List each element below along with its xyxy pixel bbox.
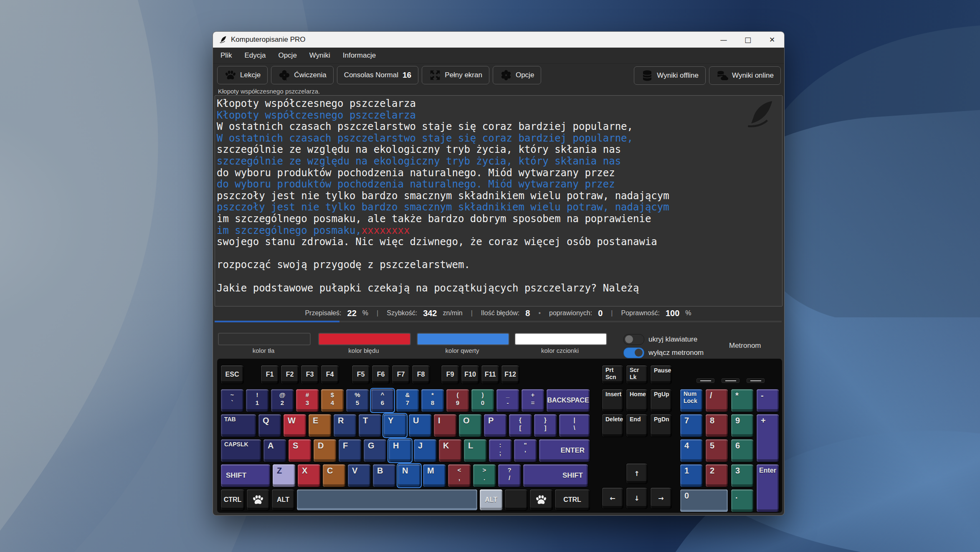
menu-opcje[interactable]: Opcje xyxy=(278,51,296,60)
key-': "' xyxy=(514,439,537,462)
keyboard-arrows: ↑←↓→ xyxy=(602,463,672,509)
key-s: S xyxy=(288,439,311,462)
text-segment-target: swojego stanu zdrowia. Nic więc dziwnego… xyxy=(217,236,657,248)
key-n: N xyxy=(398,464,421,487)
shift-row: SHIFTZXCVBNM<,>.?/SHIFT xyxy=(220,464,590,487)
key-tab: TAB xyxy=(220,414,256,437)
progress-fill xyxy=(215,321,339,322)
key-,: <, xyxy=(448,464,471,487)
led-light xyxy=(700,380,711,381)
font-selector[interactable]: Consolas Normal 16 xyxy=(337,66,419,84)
wyniki-online-button[interactable]: Wyniki online xyxy=(709,66,781,85)
key-]: }] xyxy=(534,414,557,437)
color-swatches: kolor tłakolor błędukolor qwertykolor cz… xyxy=(213,333,614,358)
separator: | xyxy=(374,309,381,317)
key-k: K xyxy=(438,439,462,462)
key-r: R xyxy=(333,414,357,437)
key--: / xyxy=(705,389,728,412)
key-q: Q xyxy=(258,414,281,437)
text-line: Jakie podstawowe pułapki czekają na pocz… xyxy=(217,283,782,294)
text-line: im szczególnego posmaku,xxxxxxxx xyxy=(217,225,782,237)
key-u: U xyxy=(408,414,432,437)
color-swatch-3[interactable] xyxy=(417,333,509,345)
key-3: 3 xyxy=(731,464,754,487)
key-3: #3 xyxy=(296,389,319,412)
menu-bar: Plik Edycja Opcje Wyniki Informacje xyxy=(213,48,784,64)
key-↓: ↓ xyxy=(626,487,648,509)
keyboard-led xyxy=(696,378,714,383)
toggle-knob xyxy=(635,349,643,357)
text-lines: Kłopoty współczesnego pszczelarzaKłopoty… xyxy=(215,96,782,294)
dot-separator: • xyxy=(536,309,543,317)
key-shift: SHIFT xyxy=(523,464,588,487)
key-→: → xyxy=(650,487,672,509)
toggle-row: ukryj klawiature xyxy=(623,333,704,346)
toolbar: Lekcje Ćwiczenia Consolas Normal 16 Pełn… xyxy=(213,64,784,86)
cwiczenia-label: Ćwiczenia xyxy=(294,71,326,79)
fullscreen-icon xyxy=(429,69,441,81)
text-line: do wyboru produktów pochodzenia naturaln… xyxy=(217,167,782,179)
keyboard-nav-cluster: PrtScnScrLkPause InsertHomePgUp DeleteEn… xyxy=(602,365,673,439)
wyniki-online-label: Wyniki online xyxy=(732,71,774,80)
przepisales-label: Przepisałeś: xyxy=(305,309,341,317)
key-j: J xyxy=(413,439,437,462)
keyboard-led xyxy=(722,378,739,383)
key-b: B xyxy=(372,464,396,487)
maximize-button[interactable]: □ xyxy=(736,32,760,48)
key--: + xyxy=(756,414,779,462)
text-line: szczególnie ze względu na ekologiczny tr… xyxy=(217,156,782,167)
text-segment-typed: W ostatnich czasach pszczelarstwo staje … xyxy=(217,132,633,144)
menu-edycja[interactable]: Edycja xyxy=(244,51,266,60)
typing-text-area[interactable]: Kłopoty współczesnego pszczelarzaKłopoty… xyxy=(215,95,782,306)
title-bar: Komputeropisanie PRO — □ ✕ xyxy=(213,32,784,48)
text-line: szczególnie ze względu na ekologiczny tr… xyxy=(217,144,782,156)
key--: _- xyxy=(496,389,519,412)
text-segment-target: Jakie podstawowe pułapki czekają na pocz… xyxy=(217,282,639,294)
wyniki-offline-button[interactable]: Wyniki offline xyxy=(634,66,706,85)
key-c: C xyxy=(322,464,346,487)
key-7: 7 xyxy=(680,414,703,437)
led-light xyxy=(750,380,761,381)
toggle-wyłącz-metronom[interactable] xyxy=(623,347,644,358)
key-\: |\ xyxy=(559,414,590,437)
poprawnosc-label: Poprawność: xyxy=(621,309,660,317)
menu-wyniki[interactable]: Wyniki xyxy=(309,51,330,60)
color-swatch-4[interactable] xyxy=(514,333,607,345)
text-line: do wyboru produktów pochodzenia naturaln… xyxy=(217,179,782,190)
menu-plik[interactable]: Plik xyxy=(220,51,232,60)
opcje-button[interactable]: Opcje xyxy=(493,66,541,84)
function-row: ESCF1F2F3F4F5F6F7F8F9F10F11F12 xyxy=(220,365,590,384)
pelny-ekran-button[interactable]: Pełny ekran xyxy=(422,66,489,84)
key-f6: F6 xyxy=(372,365,390,384)
cwiczenia-button[interactable]: Ćwiczenia xyxy=(271,66,333,84)
color-swatch-1[interactable] xyxy=(218,333,311,345)
close-button[interactable]: ✕ xyxy=(760,32,784,48)
key-prt-scn: PrtScn xyxy=(602,365,623,384)
progress-bar xyxy=(215,321,782,322)
toggle-ukryj-klawiature[interactable] xyxy=(623,334,644,345)
menu-informacje[interactable]: Informacje xyxy=(343,51,376,60)
percent-sign: % xyxy=(685,309,691,317)
key-f7: F7 xyxy=(392,365,410,384)
minimize-button[interactable]: — xyxy=(712,32,736,48)
database-cloud-icon xyxy=(716,69,729,82)
przepisales-value: 22 xyxy=(347,309,357,318)
key-enter: ENTER xyxy=(539,439,590,462)
keyboard-spacer xyxy=(246,365,259,384)
lekcje-button[interactable]: Lekcje xyxy=(217,66,268,84)
color-swatch-label: kolor błędu xyxy=(317,347,410,354)
stats-bar: Przepisałeś: 22 % | Szybkość: 342 zn/min… xyxy=(215,307,782,319)
key-home: Home xyxy=(626,389,648,412)
key-1: 1 xyxy=(680,464,703,487)
color-swatch-label: kolor tła xyxy=(217,347,310,354)
color-swatch-2[interactable] xyxy=(318,333,411,345)
key-8: 8 xyxy=(705,414,728,437)
text-segment-typed: szczególnie ze względu na ekologiczny tr… xyxy=(217,155,621,167)
paw-key xyxy=(246,489,270,511)
key-ctrl: CTRL xyxy=(555,489,590,511)
text-line: Kłopoty współczesnego pszczelarza xyxy=(217,98,782,110)
percent-sign: % xyxy=(362,309,368,317)
app-window: Komputeropisanie PRO — □ ✕ Plik Edycja O… xyxy=(213,31,785,516)
key-p: P xyxy=(484,414,507,437)
poprawnosc-value: 100 xyxy=(666,309,679,318)
